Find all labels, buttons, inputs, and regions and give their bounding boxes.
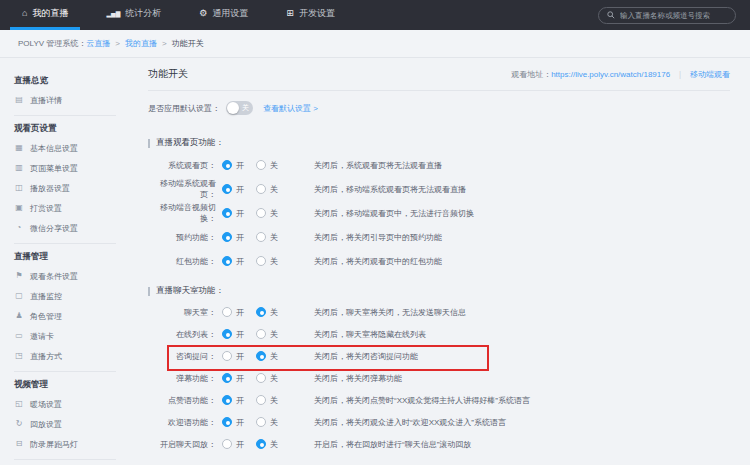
sidebar-item-anti-record-marquee[interactable]: ⊟防录屏跑马灯 [0,434,130,454]
apply-default-toggle[interactable]: 关 [226,101,253,115]
radio-on[interactable] [222,439,232,449]
sidebar-item-reward-settings[interactable]: ▣打赏设置 [0,198,130,218]
radio-off[interactable] [256,373,266,383]
sidebar-item-label: 微信分享设置 [30,223,78,234]
off-label: 关 [270,417,278,428]
sidebar-item-page-menu-settings[interactable]: ▥页面菜单设置 [0,158,130,178]
sidebar-item-label: 直播监控 [30,291,62,302]
radio-on[interactable] [222,208,232,218]
settings-sections: 直播观看页功能：系统观看页：开关关闭后，系统观看页将无法观看直播移动端系统观看页… [148,133,730,455]
on-label: 开 [236,417,244,428]
radio-off[interactable] [256,351,266,361]
setting-row-online-list: 在线列表：开关关闭后，聊天室将隐藏在线列表 [148,323,730,345]
radio-group: 开关 [222,256,314,267]
watch-url-link[interactable]: https://live.polyv.cn/watch/189176 [551,70,670,79]
radio-on[interactable] [222,307,232,317]
radio-on[interactable] [222,417,232,427]
radio-off[interactable] [256,256,266,266]
sidebar-item-player-settings[interactable]: ◫播放器设置 [0,178,130,198]
sidebar-item-role-management[interactable]: ♟角色管理 [0,306,130,326]
setting-desc: 关闭后，将关闭咨询提问功能 [314,351,418,362]
radio-on[interactable] [222,329,232,339]
setting-row-system-watch-page: 系统观看页：开关关闭后，系统观看页将无法观看直播 [148,153,730,177]
radio-off[interactable] [256,160,266,170]
breadcrumb-link[interactable]: 云直播 [86,39,110,48]
warmup-icon: ◱ [14,400,24,408]
radio-on[interactable] [222,232,232,242]
sidebar-item-warmup-settings[interactable]: ◱暖场设置 [0,394,130,414]
nav-tab-label: 开发设置 [299,7,335,20]
breadcrumb-separator: > [115,39,120,48]
sidebar: 直播总览▤直播详情观看页设置▦基本信息设置▥页面菜单设置◫播放器设置▣打赏设置◔… [0,58,130,465]
radio-group: 开关 [222,307,314,318]
sidebar-item-live-mode[interactable]: ◳直播方式 [0,346,130,366]
on-label: 开 [236,160,244,171]
nav-tab-my-live[interactable]: ⌂我的直播 [10,0,80,30]
sidebar-item-view-condition-settings[interactable]: ⚑观看条件设置 [0,266,130,286]
radio-on[interactable] [222,256,232,266]
watch-address-label: 观看地址： [511,69,551,80]
radio-group: 开关 [222,395,314,406]
section-chatroom: 直播聊天室功能：聊天室：开关关闭后，聊天室将关闭，无法发送聊天信息在线列表：开关… [148,281,730,455]
radio-on[interactable] [222,160,232,170]
setting-row-welcome-message: 欢迎语功能：开关关闭后，将关闭观众进入时“欢迎XX观众进入”系统语言 [148,411,730,433]
radio-on[interactable] [222,395,232,405]
off-label: 关 [270,439,278,450]
sidebar-item-invite-card[interactable]: ▭邀请卡 [0,326,130,346]
nav-tab-dev-settings[interactable]: ⊞开发设置 [274,0,347,30]
off-label: 关 [270,184,278,195]
sidebar-divider [14,115,116,116]
radio-off[interactable] [256,439,266,449]
apply-default-label: 是否应用默认设置： [148,103,220,114]
on-label: 开 [236,256,244,267]
sidebar-item-playback-settings[interactable]: ↻回放设置 [0,414,130,434]
setting-row-reservation: 预约功能：开关关闭后，将关闭引导页中的预约功能 [148,225,730,249]
nav-tab-general-settings[interactable]: ⚙通用设置 [187,0,260,30]
setting-row-red-packet: 红包功能：开关关闭后，将关闭观看页中的红包功能 [148,249,730,273]
radio-group: 开关 [222,351,314,362]
radio-on[interactable] [222,373,232,383]
setting-desc: 开启后，将在回放时进行“聊天信息”滚动回放 [314,439,471,450]
breadcrumb-link[interactable]: 我的直播 [125,39,157,48]
nav-tab-stats-analysis[interactable]: ▂▅▇统计分析 [94,0,173,30]
radio-on[interactable] [222,184,232,194]
radio-on[interactable] [222,351,232,361]
setting-row-consult-question: 咨询提问：开关关闭后，将关闭咨询提问功能 [148,345,730,367]
search-icon [607,11,615,19]
radio-off[interactable] [256,329,266,339]
radio-off[interactable] [256,184,266,194]
sidebar-item-live-detail[interactable]: ▤直播详情 [0,90,130,110]
setting-label: 弹幕功能： [148,373,216,384]
mobile-watch-link[interactable]: 移动端观看 [690,69,730,80]
sidebar-item-label: 直播详情 [30,95,62,106]
radio-off[interactable] [256,395,266,405]
toggle-state-label: 关 [242,103,249,113]
sidebar-item-wechat-share-settings[interactable]: ◔微信分享设置 [0,218,130,238]
setting-desc: 关闭后，将关闭点赞时“XX观众觉得主持人讲得好棒”系统语言 [314,395,530,406]
on-label: 开 [236,232,244,243]
sidebar-item-label: 角色管理 [30,311,62,322]
live-mode-icon: ◳ [14,352,24,360]
radio-off[interactable] [256,232,266,242]
sidebar-item-label: 回放设置 [30,419,62,430]
off-label: 关 [270,208,278,219]
top-nav: ⌂我的直播▂▅▇统计分析⚙通用设置⊞开发设置 [0,0,750,30]
grid-icon: ⊞ [286,9,294,18]
on-label: 开 [236,184,244,195]
search-input[interactable] [620,11,727,20]
sidebar-section-title: 观看页设置 [0,120,130,138]
watch-address: 观看地址： https://live.polyv.cn/watch/189176… [511,69,730,80]
sidebar-item-basic-info-settings[interactable]: ▦基本信息设置 [0,138,130,158]
radio-off[interactable] [256,307,266,317]
section-tick [148,139,150,148]
radio-off[interactable] [256,208,266,218]
radio-off[interactable] [256,417,266,427]
sidebar-item-live-monitor[interactable]: ▢直播监控 [0,286,130,306]
setting-desc: 关闭后，系统观看页将无法观看直播 [314,160,442,171]
view-default-settings-link[interactable]: 查看默认设置 > [263,103,318,114]
search-box[interactable] [598,7,736,24]
off-label: 关 [270,351,278,362]
off-label: 关 [270,232,278,243]
section-title: 直播聊天室功能： [148,281,730,301]
setting-row-danmu: 弹幕功能：开关关闭后，将关闭弹幕功能 [148,367,730,389]
